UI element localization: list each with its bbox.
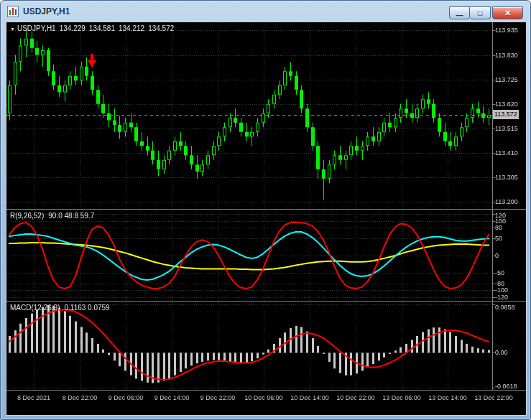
maximize-icon: □ — [470, 8, 490, 19]
mt4-chart-window: USDJPY,H1 — □ ✕ ▼USDJPY,H1134.229134.581… — [0, 0, 531, 420]
window-title: USDJPY,H1 — [23, 6, 70, 17]
minimize-button[interactable]: — — [449, 6, 470, 19]
chart-canvas[interactable] — [6, 22, 526, 415]
window-controls: — □ ✕ — [449, 6, 523, 19]
chart-window-icon — [7, 6, 19, 17]
close-button[interactable]: ✕ — [492, 6, 523, 19]
maximize-button[interactable]: □ — [470, 6, 491, 19]
close-icon: ✕ — [493, 8, 522, 19]
titlebar[interactable]: USDJPY,H1 — □ ✕ — [1, 1, 530, 22]
chart-client-area[interactable]: ▼USDJPY,H1134.229134.581134.212134.572 R… — [6, 22, 526, 415]
